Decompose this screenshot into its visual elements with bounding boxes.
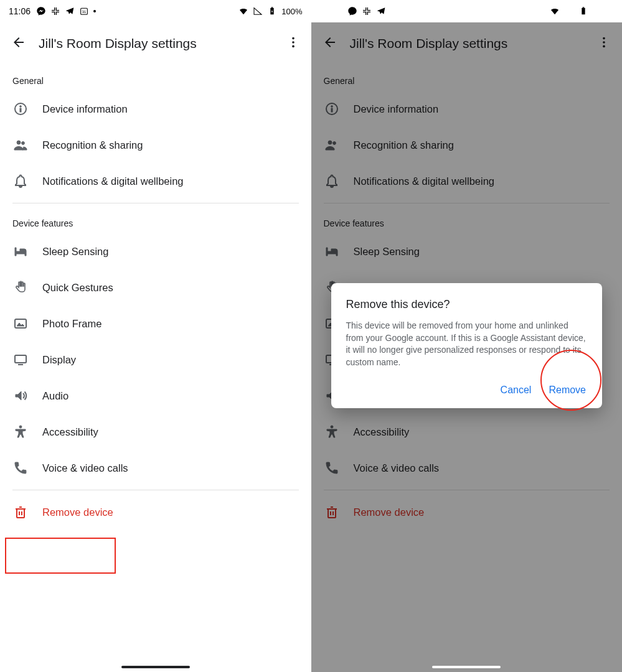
status-time: 11:06 [9,6,31,16]
item-audio[interactable]: Audio [0,378,311,414]
audio-icon [12,388,29,404]
bell-icon [12,173,29,189]
svg-rect-3 [271,7,273,7]
slack-icon [362,6,372,16]
item-accessibility[interactable]: Accessibility [0,414,311,450]
battery-icon [267,6,277,16]
signal-icon [253,6,263,16]
svg-rect-17 [582,8,585,15]
item-label: Accessibility [42,426,98,438]
svg-point-8 [20,106,22,108]
item-label: Notifications & digital wellbeing [42,175,184,187]
item-label: Voice & video calls [42,462,128,474]
cancel-button[interactable]: Cancel [499,381,533,399]
wifi-icon [238,6,248,16]
bed-icon [12,243,29,259]
item-notifications-wellbeing[interactable]: Notifications & digital wellbeing [0,163,311,199]
nav-pill[interactable] [432,666,501,668]
calendar-icon: 31 [79,6,89,16]
svg-point-6 [292,45,295,48]
people-icon [12,137,29,153]
telegram-icon [376,6,386,16]
wifi-icon [550,6,560,16]
item-photo-frame[interactable]: Photo Frame [0,306,311,342]
page-title: Jill's Room Display settings [39,36,274,51]
item-display[interactable]: Display [0,342,311,378]
calendar-icon: 31 [390,6,400,16]
svg-rect-9 [20,108,21,112]
battery-icon [578,6,588,16]
phone-icon [12,460,29,476]
screenshot-right: 11:06 31 100% Jill's Room Display settin… [311,0,623,672]
app-bar: Jill's Room Display settings [0,22,311,65]
item-recognition-sharing[interactable]: Recognition & sharing [0,127,311,163]
back-button[interactable] [11,35,26,52]
item-label: Sleep Sensing [42,246,108,258]
hand-icon [12,279,29,296]
divider [12,203,299,203]
svg-point-10 [17,141,21,144]
svg-rect-18 [582,7,584,7]
item-label: Recognition & sharing [42,139,143,151]
overflow-menu-button[interactable] [286,35,300,52]
item-label: Audio [42,390,68,402]
remove-device-dialog: Remove this device? This device will be … [331,283,603,408]
item-label: Photo Frame [42,318,101,330]
item-remove-device[interactable]: Remove device [0,494,311,530]
section-header-features: Device features [0,207,311,233]
messenger-icon [347,6,357,16]
display-icon [12,352,29,368]
item-quick-gestures[interactable]: Quick Gestures [0,269,311,306]
svg-text:31: 31 [393,10,397,14]
dialog-body: This device will be removed from your ho… [346,320,588,368]
status-bar: 11:06 31 100% [311,0,623,22]
svg-rect-12 [15,319,26,328]
info-icon [12,101,29,117]
overflow-dot-icon [405,10,407,12]
telegram-icon [65,6,75,16]
item-label: Display [42,354,76,366]
screenshot-left: 11:06 31 100% Jill's Room Display settin… [0,0,311,672]
messenger-icon [36,6,46,16]
nav-pill[interactable] [121,666,190,668]
item-device-information[interactable]: Device information [0,91,311,127]
item-sleep-sensing[interactable]: Sleep Sensing [0,233,311,269]
svg-point-11 [22,142,25,145]
svg-rect-13 [15,355,26,363]
svg-point-5 [292,41,295,44]
battery-percent: 100% [281,7,302,16]
slack-icon [50,6,60,16]
photo-icon [12,315,29,332]
svg-text:31: 31 [82,10,87,14]
dialog-actions: Cancel Remove [346,381,588,399]
divider [12,490,299,490]
overflow-dot-icon [93,10,96,12]
signal-icon [564,6,574,16]
item-voice-video[interactable]: Voice & video calls [0,450,311,486]
item-label: Remove device [42,506,113,518]
remove-button[interactable]: Remove [547,381,587,399]
status-bar: 11:06 31 100% [0,0,311,22]
item-label: Quick Gestures [42,282,113,294]
battery-percent: 100% [593,7,613,16]
item-label: Device information [42,103,128,115]
annotation-highlight-box [5,538,116,574]
svg-point-14 [19,426,22,428]
accessibility-icon [12,424,29,440]
trash-icon [12,504,29,520]
settings-list: General Device information Recognition &… [0,65,311,672]
svg-point-4 [292,37,295,40]
dialog-title: Remove this device? [346,298,588,311]
status-time: 11:06 [320,6,342,16]
section-header-general: General [0,65,311,91]
